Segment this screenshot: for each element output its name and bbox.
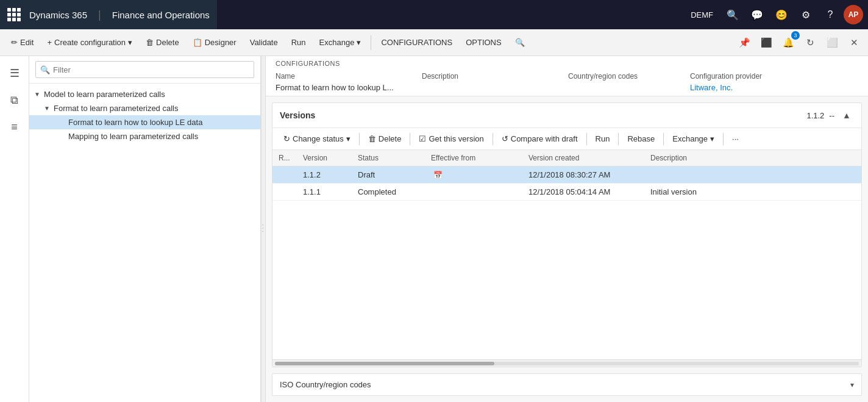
l2b-label: Mapping to learn parameterized calls [68,132,255,141]
col-header-version: Version [297,150,352,167]
change-status-icon: ↻ [283,134,290,143]
versions-collapse-button[interactable]: ▲ [839,108,854,123]
settings-icon[interactable]: ⚙ [795,4,817,26]
versions-toolbar: ↻ Change status ▾ 🗑 Delete ☑ Get this ve… [272,128,861,150]
pinned-icon[interactable]: 📌 [735,34,753,52]
config-panel-title: CONFIGURATIONS [276,60,858,67]
cell-desc-2: Initial version [644,184,861,201]
iso-header[interactable]: ISO Country/region codes ▾ [272,374,861,395]
filter-input[interactable] [35,61,254,78]
val-name: Format to learn how to lookup L... [276,83,422,92]
versions-section: Versions 1.1.2 -- ▲ ↻ Change status ▾ 🗑 … [272,102,862,367]
scrollbar-track[interactable] [275,362,859,365]
cell-effective-1: 📅 [425,167,522,184]
close-icon[interactable]: ✕ [845,34,863,52]
vtb-sep1 [359,133,360,145]
cell-effective-2 [425,184,522,201]
cell-status-1: Draft [352,167,425,184]
plus-icon: + [47,38,52,47]
versions-dash: -- [829,111,834,120]
top-nav: Dynamics 365 | Finance and Operations DE… [0,0,868,29]
sidebar-icons: ☰ ⧉ ≡ [0,56,29,402]
search-nav-icon[interactable]: 🔍 [722,4,744,26]
filter-bar: 🔍 [29,56,260,84]
col-header-status: Status [352,150,425,167]
vtb-exchange-button[interactable]: Exchange ▾ [667,132,719,146]
app-module: Finance and Operations [112,10,210,20]
run-button[interactable]: Run [285,34,312,51]
val-provider[interactable]: Litware, Inc. [690,83,842,92]
iso-section: ISO Country/region codes ▾ [272,373,862,396]
create-configuration-button[interactable]: + Create configuration ▾ [41,34,138,51]
col-header-effective: Effective from [425,150,522,167]
designer-icon: 📋 [193,38,202,47]
tree-node-root[interactable]: ▼ Model to learn parameterized calls [29,87,260,101]
toolbar-right: 📌 ⬛ 🔔 3 ↻ ⬜ ✕ [735,34,863,52]
right-panel: CONFIGURATIONS Name Description Country/… [266,56,868,402]
avatar[interactable]: AP [844,5,863,24]
filter-sidebar-icon[interactable]: ⧉ [2,88,27,112]
list-icon[interactable]: ≡ [2,115,27,139]
refresh-icon[interactable]: ↻ [801,34,819,52]
drag-handle[interactable]: ··· [261,56,266,402]
change-status-chevron: ▾ [346,134,350,143]
rebase-button[interactable]: Rebase [622,132,660,146]
cell-created-2: 12/1/2018 05:04:14 AM [522,184,644,201]
nav-separator: | [98,9,101,21]
edit-icon: ✏ [11,38,18,47]
toolbar: ✏ Edit + Create configuration ▾ 🗑 Delete… [0,29,868,56]
table-header-row: R... Version Status Effective from Versi… [272,150,861,167]
cell-created-1: 12/1/2018 08:30:27 AM [522,167,644,184]
iso-title: ISO Country/region codes [280,380,850,389]
tree-node-format-parameterized[interactable]: ▼ Format to learn parameterized calls [29,101,260,115]
validate-button[interactable]: Validate [244,34,284,51]
exchange-chevron-icon: ▾ [357,38,361,47]
table-row[interactable]: 1.1.1 Completed 12/1/2018 05:04:14 AM In… [272,184,861,201]
waffle-icon[interactable] [7,8,21,21]
change-status-button[interactable]: ↻ Change status ▾ [279,132,355,146]
vtb-sep7 [723,133,724,145]
table-row[interactable]: 1.1.2 Draft 📅 12/1/2018 08:30:27 AM [272,167,861,184]
filter-search-icon: 🔍 [40,65,50,74]
edit-button[interactable]: ✏ Edit [5,34,40,51]
notification-wrapper[interactable]: 🔔 3 [779,34,797,52]
toolbar-search-btn[interactable]: 🔍 [509,34,531,51]
iso-chevron-icon: ▾ [850,381,854,389]
delete-button[interactable]: 🗑 Delete [140,34,185,51]
scrollbar-thumb[interactable] [275,362,494,365]
toolbar-separator [371,35,371,50]
col-header-created: Version created [522,150,644,167]
l2a-label: Format to learn how to lookup LE data [68,118,255,127]
horizontal-scrollbar[interactable] [272,359,861,367]
vtb-delete-button[interactable]: 🗑 Delete [363,132,407,146]
vtb-sep2 [410,133,410,145]
options-tab[interactable]: OPTIONS [460,34,508,51]
cell-r-2 [272,184,297,201]
more-options-button[interactable]: ··· [727,132,744,146]
col-desc: Description [422,72,568,81]
val-desc [422,83,568,92]
col-header-desc: Description [644,150,861,167]
nav-right: DEMF 🔍 💬 😊 ⚙ ? AP [685,4,868,26]
versions-badge: 1.1.2 [806,111,824,120]
get-version-button[interactable]: ☑ Get this version [414,132,488,146]
configurations-tab[interactable]: CONFIGURATIONS [375,34,458,51]
face-icon[interactable]: 😊 [770,4,792,26]
designer-button[interactable]: 📋 Designer [187,34,243,51]
hamburger-icon[interactable]: ☰ [2,61,27,85]
versions-table-scroll[interactable]: R... Version Status Effective from Versi… [272,150,861,359]
config-columns: Name Description Country/region codes Co… [276,72,858,81]
office-icon[interactable]: ⬛ [757,34,775,52]
calendar-icon[interactable]: 📅 [433,171,443,179]
col-header-r: R... [272,150,297,167]
vtb-run-button[interactable]: Run [591,132,615,146]
tree-node-format-lookup[interactable]: Format to learn how to lookup LE data [29,115,260,129]
help-icon[interactable]: ? [819,4,841,26]
chat-icon[interactable]: 💬 [746,4,768,26]
tree-node-mapping[interactable]: Mapping to learn parameterized calls [29,129,260,143]
vtb-sep4 [586,133,587,145]
exchange-button[interactable]: Exchange ▾ [313,34,368,51]
maximize-icon[interactable]: ⬜ [823,34,841,52]
main-layout: ☰ ⧉ ≡ 🔍 ▼ Model to learn parameterized c… [0,56,868,402]
compare-draft-button[interactable]: ↺ Compare with draft [497,132,583,146]
